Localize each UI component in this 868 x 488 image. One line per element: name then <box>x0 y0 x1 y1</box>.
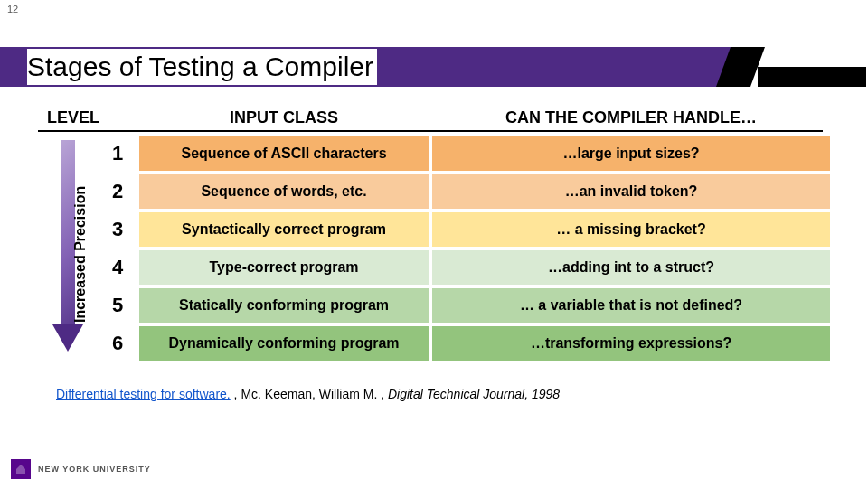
level-num: 6 <box>99 326 136 361</box>
footer: NEW YORK UNIVERSITY <box>11 459 151 479</box>
input-cell: Dynamically conforming program <box>139 326 429 361</box>
input-cell: Syntactically correct program <box>139 212 429 247</box>
page-number: 12 <box>7 4 18 14</box>
level-num: 4 <box>99 250 136 285</box>
level-num: 1 <box>99 136 136 171</box>
reference-link[interactable]: Differential testing for software. <box>56 387 231 401</box>
handle-cell: …adding int to a struct? <box>432 250 830 285</box>
header-level: LEVEL <box>42 108 136 133</box>
header-input-class: INPUT CLASS <box>139 108 429 133</box>
content-table: LEVEL INPUT CLASS CAN THE COMPILER HANDL… <box>38 105 834 364</box>
reference-rest: , Mc. Keeman, William M. , <box>231 387 388 401</box>
level-num: 3 <box>99 212 136 247</box>
title-bar: Stages of Testing a Compiler <box>0 47 868 90</box>
footer-org: NEW YORK UNIVERSITY <box>38 465 151 474</box>
handle-cell: …large input sizes? <box>432 136 830 171</box>
handle-cell: …transforming expressions? <box>432 326 830 361</box>
header-underline <box>38 130 823 132</box>
precision-arrow: Increased Precision <box>42 136 96 361</box>
input-cell: Type-correct program <box>139 250 429 285</box>
input-cell: Statically conforming program <box>139 288 429 323</box>
reference-citation: Differential testing for software. , Mc.… <box>56 387 560 401</box>
header-handle: CAN THE COMPILER HANDLE… <box>432 108 830 133</box>
level-num: 2 <box>99 174 136 209</box>
level-num: 5 <box>99 288 136 323</box>
arrow-label: Increased Precision <box>72 186 89 323</box>
handle-cell: … a missing bracket? <box>432 212 830 247</box>
input-cell: Sequence of ASCII characters <box>139 136 429 171</box>
handle-cell: …an invalid token? <box>432 174 830 209</box>
slide-title: Stages of Testing a Compiler <box>27 49 377 85</box>
handle-cell: … a variable that is not defined? <box>432 288 830 323</box>
nyu-logo-icon <box>11 459 31 479</box>
reference-journal: Digital Technical Journal, 1998 <box>388 387 560 401</box>
input-cell: Sequence of words, etc. <box>139 174 429 209</box>
